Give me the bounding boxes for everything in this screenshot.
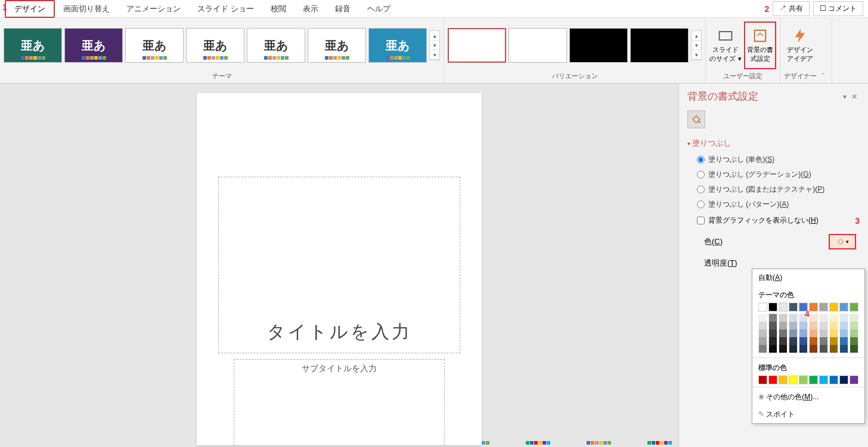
shade-swatch[interactable] — [839, 345, 848, 353]
shade-swatch[interactable] — [758, 345, 767, 353]
variation-thumb-3[interactable] — [569, 28, 628, 63]
theme-swatch[interactable] — [839, 303, 848, 312]
shade-swatch[interactable] — [809, 345, 818, 353]
slide-size-button[interactable]: スライドのサイズ ▾ — [709, 21, 742, 69]
standard-swatch[interactable] — [839, 375, 848, 384]
standard-swatch[interactable] — [829, 375, 838, 384]
theme-thumb-3[interactable]: 亜あ — [186, 28, 244, 63]
standard-swatch[interactable] — [768, 375, 777, 384]
shade-swatch[interactable] — [789, 345, 798, 353]
fill-picture-option[interactable]: 塗りつぶし (図またはテクスチャ)(P) — [679, 182, 868, 197]
shade-swatch[interactable] — [829, 329, 838, 337]
fill-solid-option[interactable]: 塗りつぶし (単色)(S) — [679, 152, 868, 167]
standard-swatch[interactable] — [779, 375, 788, 384]
fill-pattern-option[interactable]: 塗りつぶし (パターン)(A) — [679, 197, 868, 212]
shade-swatch[interactable] — [850, 329, 858, 337]
theme-swatch[interactable] — [758, 303, 767, 312]
shade-swatch[interactable] — [768, 337, 777, 345]
slide-title-placeholder[interactable]: タイトルを入力 — [218, 177, 460, 353]
tab-transition[interactable]: 画面切り替え — [55, 1, 118, 17]
shade-swatch[interactable] — [758, 314, 767, 322]
shade-swatch[interactable] — [789, 329, 798, 337]
variation-thumb-4[interactable] — [630, 28, 689, 63]
fill-solid-radio[interactable] — [697, 156, 705, 164]
shade-swatch[interactable] — [758, 337, 767, 345]
shade-swatch[interactable] — [829, 314, 838, 322]
tab-view[interactable]: 表示 — [294, 1, 327, 17]
shade-swatch[interactable] — [779, 337, 788, 345]
format-background-button[interactable]: 背景の書式設定 — [744, 21, 776, 69]
tab-record[interactable]: 録音 — [327, 1, 359, 17]
pane-close-button[interactable]: ✕ — [849, 93, 860, 101]
shade-swatch[interactable] — [799, 337, 808, 345]
fill-gradient-option[interactable]: 塗りつぶし (グラデーション)(G) — [679, 167, 868, 182]
shade-swatch[interactable] — [850, 314, 858, 322]
tab-animation[interactable]: アニメーション — [118, 1, 189, 17]
shade-swatch[interactable] — [819, 314, 828, 322]
share-button[interactable]: ↗ 共有 — [773, 1, 809, 16]
color-picker-button[interactable]: ▾ — [829, 234, 856, 249]
shade-swatch[interactable] — [768, 314, 777, 322]
theme-swatch[interactable] — [768, 303, 777, 312]
tab-design[interactable]: デザイン — [5, 0, 55, 18]
fill-section-header[interactable]: 塗りつぶし — [679, 134, 868, 152]
design-ideas-button[interactable]: デザインアイデア — [784, 21, 816, 69]
shade-swatch[interactable] — [779, 314, 788, 322]
shade-swatch[interactable] — [789, 322, 798, 329]
fill-pattern-radio[interactable] — [697, 201, 705, 208]
shade-swatch[interactable] — [789, 337, 798, 345]
shade-swatch[interactable] — [850, 322, 858, 329]
shade-swatch[interactable] — [829, 345, 838, 353]
slide-subtitle-placeholder[interactable]: サブタイトルを入力 — [234, 359, 445, 447]
themes-more-button[interactable]: ▴▾▾ — [429, 30, 440, 60]
standard-swatch[interactable] — [799, 375, 808, 384]
theme-swatch[interactable] — [819, 303, 828, 312]
theme-thumb-1[interactable]: 亜あ — [64, 28, 123, 63]
shade-swatch[interactable] — [839, 314, 848, 322]
ribbon-collapse-button[interactable]: ˆ — [819, 72, 828, 79]
comment-button[interactable]: ☐ コメント — [813, 1, 863, 16]
tab-review[interactable]: 校閲 — [262, 1, 294, 17]
shade-swatch[interactable] — [789, 314, 798, 322]
tab-help[interactable]: ヘルプ — [359, 1, 399, 17]
shade-swatch[interactable] — [850, 337, 858, 345]
hide-bg-graphics-checkbox[interactable] — [697, 217, 705, 224]
shade-swatch[interactable] — [758, 322, 767, 329]
shade-swatch[interactable] — [779, 322, 788, 329]
slide-canvas[interactable]: タイトルを入力 サブタイトルを入力 — [197, 93, 482, 445]
shade-swatch[interactable] — [768, 322, 777, 329]
shade-swatch[interactable] — [799, 329, 808, 337]
standard-swatch[interactable] — [789, 375, 798, 384]
theme-swatch[interactable] — [829, 303, 838, 312]
color-auto-option[interactable]: 自動(A) — [752, 269, 864, 286]
shade-swatch[interactable] — [839, 337, 848, 345]
shade-swatch[interactable] — [779, 329, 788, 337]
theme-swatch[interactable] — [809, 303, 818, 312]
theme-thumb-2[interactable]: 亜あ — [125, 28, 184, 63]
theme-swatch[interactable] — [850, 303, 858, 312]
shade-swatch[interactable] — [809, 329, 818, 337]
shade-swatch[interactable] — [768, 329, 777, 337]
hide-bg-graphics-option[interactable]: 背景グラフィックを表示しない(H) 3 — [679, 212, 868, 229]
variations-more-button[interactable]: ▴▾▾ — [691, 30, 702, 60]
variation-thumb-1[interactable] — [448, 28, 506, 63]
shade-swatch[interactable] — [819, 322, 828, 329]
shade-swatch[interactable] — [839, 322, 848, 329]
theme-thumb-6[interactable]: 亜あ — [368, 28, 427, 63]
shade-swatch[interactable] — [819, 345, 828, 353]
shade-swatch[interactable] — [758, 329, 767, 337]
fill-picture-radio[interactable] — [697, 186, 705, 193]
standard-swatch[interactable] — [758, 375, 767, 384]
shade-swatch[interactable] — [779, 345, 788, 353]
shade-swatch[interactable] — [809, 314, 818, 322]
shade-swatch[interactable] — [819, 337, 828, 345]
eyedropper-option[interactable]: ✎ スポイト — [752, 406, 864, 423]
theme-thumb-4[interactable]: 亜あ — [247, 28, 305, 63]
shade-swatch[interactable] — [829, 337, 838, 345]
variation-thumb-2[interactable] — [509, 28, 567, 63]
shade-swatch[interactable] — [799, 322, 808, 329]
fill-gradient-radio[interactable] — [697, 171, 705, 178]
standard-swatch[interactable] — [819, 375, 828, 384]
shade-swatch[interactable] — [819, 329, 828, 337]
shade-swatch[interactable] — [829, 322, 838, 329]
